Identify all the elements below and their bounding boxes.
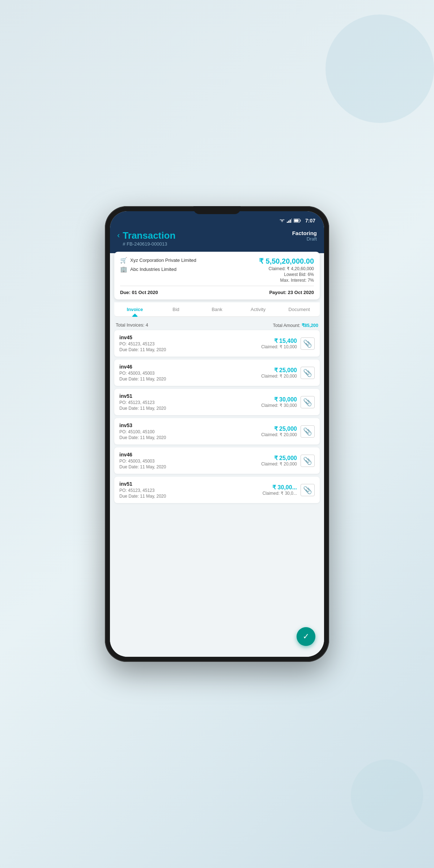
invoice-main-amount: ₹ 30,00... [263, 484, 297, 491]
invoice-card[interactable]: inv53 PO: 45100, 45100 Due Date: 11 May,… [114, 418, 320, 444]
back-button[interactable]: ‹ [117, 231, 120, 240]
company2-name: Abc Industries Limited [130, 267, 176, 272]
attachment-icon[interactable]: 📎 [301, 367, 315, 379]
tab-bid[interactable]: Bid [156, 302, 197, 316]
payout-label: Payout: [269, 290, 286, 295]
invoice-info: inv46 PO: 45003, 45003 Due Date: 11 May,… [119, 452, 166, 469]
invoice-po: PO: 45123, 45123 [119, 488, 166, 493]
tab-document[interactable]: Document [278, 302, 320, 316]
svg-rect-3 [291, 218, 292, 223]
tab-invoice[interactable]: Invoice [114, 302, 156, 316]
attachment-icon[interactable]: 📎 [301, 455, 315, 467]
attachment-icon[interactable]: 📎 [301, 425, 315, 438]
transaction-status: Draft [292, 236, 317, 242]
invoice-card[interactable]: inv51 PO: 45123, 45123 Due Date: 11 May,… [114, 389, 320, 415]
max-interest-value: 7% [308, 278, 314, 283]
companies-section: 🛒 Xyz Corporation Private Limited 🏢 Abc … [120, 257, 259, 275]
invoice-po: PO: 45003, 45003 [119, 371, 166, 376]
summary-card: 🛒 Xyz Corporation Private Limited 🏢 Abc … [114, 252, 320, 299]
lowest-bid-value: 6% [308, 272, 314, 277]
amounts-section: ₹ 5,50,20,000.00 Claimed: ₹ 4,20,60,000 … [259, 257, 314, 283]
invoice-due-date: Due Date: 11 May, 2020 [119, 435, 166, 440]
header-title-group: Transaction # FB-240619-000013 [123, 230, 175, 247]
invoice-info: inv53 PO: 45100, 45100 Due Date: 11 May,… [119, 422, 166, 440]
invoice-content: Total Invoices: 4 Total Amount: ₹85,200 … [110, 317, 324, 657]
invoice-amounts: ₹ 15,400 Claimed: ₹ 10,000 📎 [261, 337, 315, 350]
company1-icon: 🛒 [120, 257, 127, 264]
phone-screen: 7:07 ‹ Transaction # FB-240619-000013 Fa… [110, 211, 324, 657]
attachment-icon[interactable]: 📎 [301, 396, 315, 408]
max-interest-label: Max. Interest: [280, 278, 307, 283]
total-amount-section: Total Amount: ₹85,200 [273, 323, 318, 328]
invoice-info: inv51 PO: 45123, 45123 Due Date: 11 May,… [119, 393, 166, 411]
payout-date-section: Payout: 23 Oct 2020 [269, 290, 314, 295]
invoice-claimed: Claimed: ₹ 30,000 [261, 403, 297, 408]
summary-top: 🛒 Xyz Corporation Private Limited 🏢 Abc … [120, 257, 314, 283]
attachment-icon[interactable]: 📎 [301, 337, 315, 350]
status-time: 7:07 [305, 218, 315, 224]
invoice-main-amount: ₹ 25,000 [261, 455, 297, 461]
invoice-card[interactable]: inv51 PO: 45123, 45123 Due Date: 11 May,… [114, 477, 320, 503]
signal-icon [287, 218, 292, 223]
total-amount-value: ₹85,200 [302, 323, 318, 328]
tab-bank[interactable]: Bank [196, 302, 238, 316]
invoice-due-date: Due Date: 11 May, 2020 [119, 406, 166, 411]
invoice-card[interactable]: inv46 PO: 45003, 45003 Due Date: 11 May,… [114, 359, 320, 386]
phone-frame: 7:07 ‹ Transaction # FB-240619-000013 Fa… [105, 206, 329, 662]
invoice-id: inv51 [119, 481, 166, 487]
tab-activity[interactable]: Activity [238, 302, 279, 316]
transaction-header: ‹ Transaction # FB-240619-000013 Factori… [110, 226, 324, 253]
invoice-info: inv46 PO: 45003, 45003 Due Date: 11 May,… [119, 364, 166, 382]
invoice-amounts: ₹ 25,000 Claimed: ₹ 20,000 📎 [261, 425, 315, 438]
summary-bottom: Due: 01 Oct 2020 Payout: 23 Oct 2020 [120, 286, 314, 295]
company2-icon: 🏢 [120, 266, 127, 273]
invoice-due-date: Due Date: 11 May, 2020 [119, 376, 166, 382]
invoice-amount-group: ₹ 25,000 Claimed: ₹ 20,000 [261, 367, 297, 379]
battery-icon [294, 218, 301, 223]
transaction-type: Factoring [292, 230, 317, 236]
invoice-main-amount: ₹ 25,000 [261, 425, 297, 432]
lowest-bid-label: Lowest Bid: [284, 272, 306, 277]
max-interest: Max. Interest: 7% [259, 278, 314, 283]
invoice-id: inv46 [119, 452, 166, 458]
header-left: ‹ Transaction # FB-240619-000013 [117, 230, 175, 247]
invoice-amount-group: ₹ 25,000 Claimed: ₹ 20,000 [261, 455, 297, 467]
invoice-main-amount: ₹ 15,400 [261, 337, 297, 344]
svg-rect-1 [288, 221, 289, 223]
page-title: Transaction [123, 230, 175, 241]
company1-name: Xyz Corporation Private Limited [130, 258, 196, 263]
invoice-claimed: Claimed: ₹ 20,000 [261, 461, 297, 467]
phone-notch [193, 206, 241, 214]
company1-row: 🛒 Xyz Corporation Private Limited [120, 257, 259, 264]
invoice-info: inv45 PO: 45123, 45123 Due Date: 11 May,… [119, 335, 166, 352]
invoice-id: inv53 [119, 422, 166, 428]
claimed-value: ₹ 4,20,60,000 [287, 266, 314, 271]
invoice-info: inv51 PO: 45123, 45123 Due Date: 11 May,… [119, 481, 166, 499]
due-date-section: Due: 01 Oct 2020 [120, 290, 158, 295]
main-amount: ₹ 5,50,20,000.00 [259, 257, 314, 265]
transaction-id: # FB-240619-000013 [123, 241, 175, 247]
invoice-po: PO: 45100, 45100 [119, 429, 166, 434]
company2-row: 🏢 Abc Industries Limited [120, 266, 259, 273]
fab-icon: ✓ [303, 632, 309, 641]
header-right: Factoring Draft [292, 230, 317, 242]
invoice-amounts: ₹ 25,000 Claimed: ₹ 20,000 📎 [261, 367, 315, 379]
invoice-po: PO: 45123, 45123 [119, 400, 166, 405]
confirm-fab[interactable]: ✓ [297, 627, 315, 646]
attachment-icon[interactable]: 📎 [301, 484, 315, 496]
invoice-amount-group: ₹ 25,000 Claimed: ₹ 20,000 [261, 425, 297, 437]
invoice-id: inv51 [119, 393, 166, 399]
status-icons [279, 218, 301, 223]
invoice-summary-row: Total Invoices: 4 Total Amount: ₹85,200 [114, 320, 320, 330]
invoice-card[interactable]: inv46 PO: 45003, 45003 Due Date: 11 May,… [114, 447, 320, 474]
svg-rect-0 [287, 222, 288, 223]
wifi-icon [279, 218, 285, 223]
invoice-card[interactable]: inv45 PO: 45123, 45123 Due Date: 11 May,… [114, 330, 320, 357]
invoice-due-date: Due Date: 11 May, 2020 [119, 347, 166, 352]
invoice-due-date: Due Date: 11 May, 2020 [119, 464, 166, 469]
invoice-main-amount: ₹ 25,000 [261, 367, 297, 374]
invoice-po: PO: 45003, 45003 [119, 459, 166, 464]
svg-rect-2 [290, 220, 291, 223]
due-date: 01 Oct 2020 [132, 290, 158, 295]
tab-bar: Invoice Bid Bank Activity Document [114, 302, 320, 317]
